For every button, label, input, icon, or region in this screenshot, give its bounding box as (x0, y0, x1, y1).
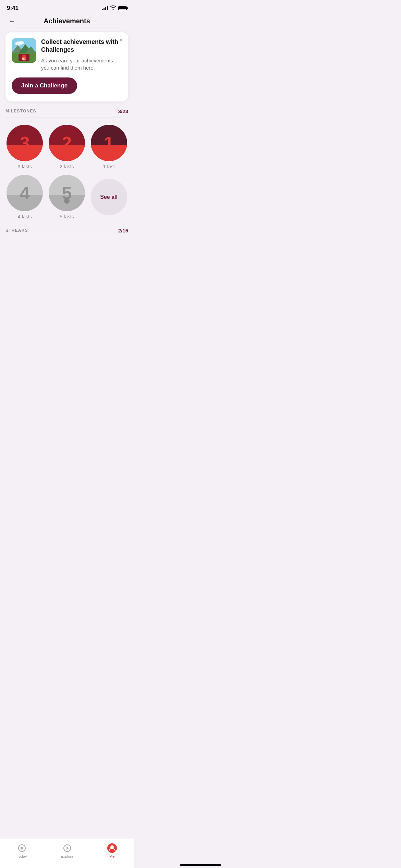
milestone-circle-2: 2 (49, 125, 85, 161)
banner-title: Collect achievements with Challenges (41, 38, 122, 54)
back-button[interactable]: ← (7, 15, 17, 27)
status-time: 9:41 (7, 5, 19, 12)
streaks-header: STREAKS 2/15 (5, 228, 128, 233)
achievements-banner-card: × 10h (5, 32, 128, 101)
milestones-divider (5, 118, 128, 118)
milestone-item-4: 4 4 fasts (5, 175, 44, 219)
milestone-circle-5: 5 (49, 175, 85, 211)
milestones-section: MILESTONES 3/23 3 3 fasts 2 2 fasts 1 (0, 108, 134, 219)
banner-content: 10h Collect achievements with Challenges… (12, 38, 122, 71)
milestone-item-2: 2 2 fasts (48, 125, 86, 169)
milestone-label-4: 4 fasts (18, 214, 32, 219)
milestone-item-5: 5 5 fasts (48, 175, 86, 219)
milestone-number-3: 3 (20, 134, 30, 152)
page-title: Achievements (44, 17, 90, 25)
milestone-number-1: 1 (104, 134, 114, 152)
header: ← Achievements (0, 14, 134, 31)
streaks-section: STREAKS 2/15 (0, 228, 134, 237)
status-bar: 9:41 (0, 0, 134, 14)
milestone-label-1: 1 fast (103, 164, 115, 169)
join-challenge-button[interactable]: Join a Challenge (12, 77, 77, 94)
signal-icon (102, 6, 108, 10)
see-all-container: See all (89, 175, 128, 219)
milestone-circle-1: 1 (91, 125, 127, 161)
milestone-number-4: 4 (20, 184, 30, 202)
milestone-row-1: 3 3 fasts 2 2 fasts 1 1 fast (5, 125, 128, 169)
streaks-label: STREAKS (5, 228, 28, 233)
milestone-label-3: 3 fasts (18, 164, 32, 169)
svg-point-3 (19, 41, 24, 45)
milestone-item-3: 3 3 fasts (5, 125, 44, 169)
milestones-label: MILESTONES (5, 109, 36, 113)
back-arrow-icon: ← (8, 17, 16, 25)
milestones-header: MILESTONES 3/23 (5, 108, 128, 114)
badge-icon: 10h (12, 38, 36, 63)
milestone-row-2: 4 4 fasts 5 5 fasts See all (5, 175, 128, 219)
battery-icon (118, 6, 127, 10)
milestones-count: 3/23 (118, 108, 128, 114)
milestone-label-2: 2 fasts (60, 164, 74, 169)
see-all-button[interactable]: See all (91, 179, 127, 215)
milestone-item-1: 1 1 fast (89, 125, 128, 169)
milestone-number-2: 2 (62, 134, 72, 152)
milestone-label-5: 5 fasts (60, 214, 74, 219)
banner-description: As you earn your achievements you can fi… (41, 57, 122, 71)
streaks-count: 2/15 (118, 228, 128, 233)
svg-text:10h: 10h (22, 58, 26, 60)
wifi-icon (110, 5, 116, 11)
close-button[interactable]: × (119, 37, 123, 44)
milestone-number-5: 5 (62, 184, 72, 202)
status-icons (102, 5, 127, 11)
banner-text-content: Collect achievements with Challenges As … (41, 38, 122, 71)
milestone-circle-4: 4 (7, 175, 43, 211)
milestone-circle-3: 3 (7, 125, 43, 161)
streaks-divider (5, 237, 128, 237)
